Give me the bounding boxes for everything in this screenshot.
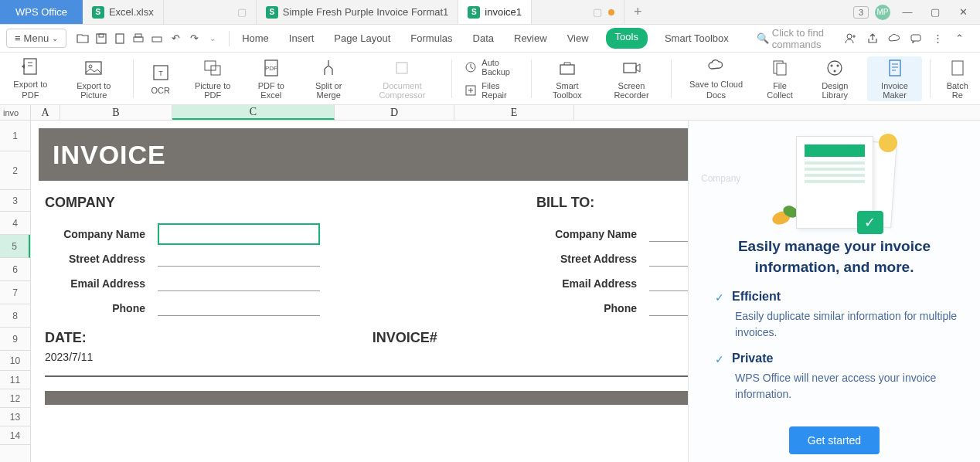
col-header-a[interactable]: A [31, 105, 60, 120]
row-header[interactable]: 12 [0, 389, 30, 408]
field-label: Email Address [45, 277, 145, 290]
menu-review[interactable]: Review [511, 28, 550, 49]
new-tab-button[interactable]: + [624, 0, 652, 24]
ribbon-label: Document Compressor [365, 81, 439, 100]
row-header[interactable]: 10 [0, 351, 30, 371]
menu-button[interactable]: ≡ Menu ⌄ [6, 29, 66, 48]
svg-point-24 [828, 61, 842, 75]
field-label: Street Address [45, 253, 145, 265]
row-headers: 1 2 3 4 5 6 7 8 9 10 11 12 13 14 [0, 121, 31, 462]
col-header-e[interactable]: E [454, 105, 574, 120]
save-cloud-button[interactable]: Save to Cloud Docs [679, 55, 753, 101]
company-name-cell[interactable] [158, 223, 320, 245]
split-merge-button[interactable]: Split or Merge [301, 56, 356, 101]
col-header-b[interactable]: B [60, 105, 172, 120]
ribbon-label: Files Repair [481, 81, 519, 100]
design-library-button[interactable]: Design Library [807, 56, 863, 101]
search-placeholder: Click to find commands [772, 27, 835, 50]
row-header[interactable]: 7 [0, 281, 30, 304]
field-label: Phone [45, 302, 145, 314]
qat-dropdown-icon[interactable]: ⌄ [206, 32, 219, 46]
row-header[interactable]: 13 [0, 408, 30, 426]
menu-formulas[interactable]: Formulas [407, 28, 455, 49]
phone-cell[interactable] [158, 301, 320, 316]
command-search[interactable]: 🔍 Click to find commands [733, 27, 835, 50]
get-started-button[interactable]: Get started [789, 426, 880, 454]
user-avatar[interactable]: MP [875, 5, 890, 20]
print-preview-icon[interactable] [113, 32, 127, 46]
print-icon[interactable] [131, 32, 145, 46]
restore-icon[interactable]: ▢ [593, 6, 602, 18]
row-header[interactable]: 4 [0, 212, 30, 235]
invoice-maker-button[interactable]: Invoice Maker [867, 56, 921, 101]
feedback-icon[interactable] [909, 32, 923, 46]
close-window-button[interactable]: ✕ [952, 2, 974, 23]
name-box[interactable]: invo [0, 105, 31, 120]
batch-button[interactable]: Batch Re [938, 56, 977, 101]
point-title: Efficient [732, 290, 781, 304]
open-icon[interactable] [76, 32, 90, 46]
undo-icon[interactable]: ↶ [168, 32, 182, 46]
email-cell[interactable] [158, 276, 320, 291]
ribbon-label: Batch Re [943, 81, 972, 100]
svg-rect-29 [952, 61, 963, 75]
menu-smart-toolbox[interactable]: Smart Toolbox [662, 28, 732, 49]
svg-rect-17 [396, 63, 407, 73]
pdf-to-excel-button[interactable]: PDF PDF to Excel [246, 56, 298, 101]
row-header[interactable]: 14 [0, 426, 30, 445]
check-icon: ✓ [715, 291, 724, 304]
export-pdf-icon [20, 56, 40, 76]
street-cell[interactable] [158, 251, 320, 267]
smart-toolbox-button[interactable]: Smart Toolbox [539, 56, 595, 101]
menu-view[interactable]: View [564, 28, 592, 49]
save-icon[interactable] [94, 32, 108, 46]
window-count-badge[interactable]: 3 [853, 6, 869, 19]
menu-home[interactable]: Home [239, 28, 272, 49]
user-add-icon[interactable] [844, 32, 858, 46]
print-direct-icon[interactable] [150, 32, 164, 46]
restore-icon[interactable]: ▢ [237, 6, 247, 18]
more-icon[interactable]: ⋮ [931, 32, 944, 46]
maximize-button[interactable]: ▢ [924, 2, 946, 23]
row-header[interactable]: 9 [0, 328, 30, 351]
files-repair-button[interactable]: Files Repair [460, 80, 523, 101]
row-header[interactable]: 8 [0, 304, 30, 328]
doc-tab-2[interactable]: S invoice1 [458, 0, 532, 24]
svg-rect-20 [560, 65, 574, 74]
row-header[interactable]: 1 [0, 121, 30, 151]
minimize-button[interactable]: — [897, 2, 918, 23]
row-header[interactable]: 2 [0, 151, 30, 190]
export-pdf-button[interactable]: Export to PDF [3, 55, 58, 101]
backup-icon [464, 61, 477, 73]
svg-rect-5 [152, 37, 162, 42]
col-header-d[interactable]: D [335, 105, 454, 120]
cloud-icon[interactable] [887, 32, 901, 46]
col-header-c[interactable]: C [172, 105, 335, 120]
spreadsheet-icon: S [468, 6, 480, 19]
ocr-button[interactable]: T OCR [141, 61, 180, 97]
doc-tab-1[interactable]: S Simple Fresh Purple Invoice Format1 [257, 0, 459, 24]
picture-to-pdf-button[interactable]: Picture to PDF [185, 56, 241, 101]
collapse-ribbon-icon[interactable]: ⌃ [952, 32, 966, 46]
menu-data[interactable]: Data [470, 28, 497, 49]
file-collect-button[interactable]: File Collect [757, 56, 802, 101]
share-icon[interactable] [866, 32, 880, 46]
export-picture-button[interactable]: Export to Picture [63, 56, 125, 101]
row-header[interactable]: 11 [0, 371, 30, 389]
redo-icon[interactable]: ↷ [187, 32, 201, 46]
row-header[interactable]: 6 [0, 258, 30, 281]
menu-insert[interactable]: Insert [286, 28, 318, 49]
menu-tools[interactable]: Tools [606, 28, 648, 49]
svg-rect-8 [24, 59, 36, 74]
auto-backup-button[interactable]: Auto Backup [460, 56, 523, 78]
svg-rect-3 [134, 37, 143, 42]
screen-recorder-button[interactable]: Screen Recorder [600, 56, 664, 101]
row-header[interactable]: 5 [0, 235, 30, 258]
svg-rect-28 [890, 60, 900, 76]
row-header[interactable]: 3 [0, 190, 30, 212]
svg-rect-4 [135, 34, 141, 37]
menu-page-layout[interactable]: Page Layout [331, 28, 393, 49]
doc-tab-0[interactable]: S Excel.xlsx [83, 0, 164, 24]
hamburger-icon: ≡ [15, 32, 21, 44]
ribbon-label: OCR [151, 86, 169, 95]
